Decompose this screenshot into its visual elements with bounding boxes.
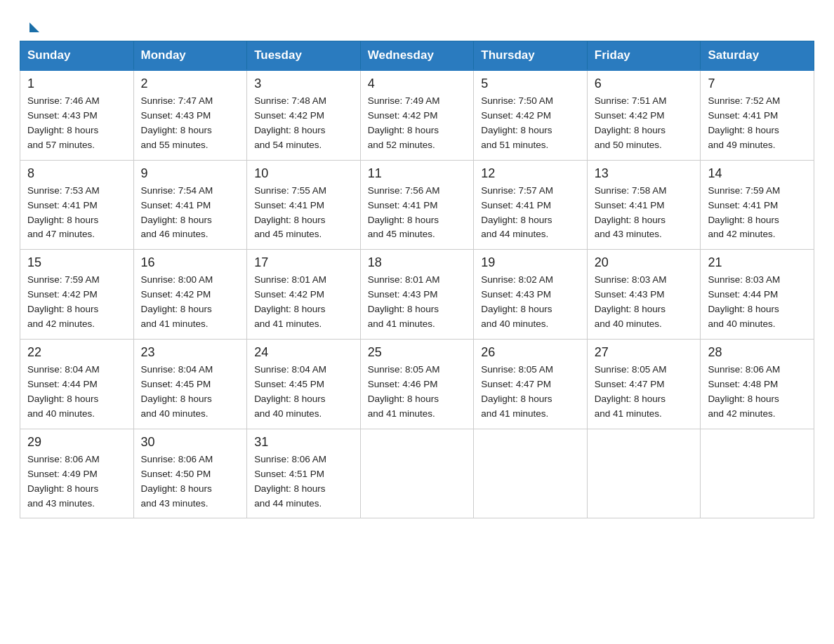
calendar-day-cell: 30Sunrise: 8:06 AMSunset: 4:50 PMDayligh… [133, 429, 247, 518]
day-info: Sunrise: 7:59 AMSunset: 4:42 PMDaylight:… [27, 273, 126, 332]
day-info: Sunrise: 7:54 AMSunset: 4:41 PMDaylight:… [141, 184, 240, 243]
day-info: Sunrise: 7:52 AMSunset: 4:41 PMDaylight:… [708, 94, 807, 153]
calendar-day-cell: 17Sunrise: 8:01 AMSunset: 4:42 PMDayligh… [247, 250, 361, 340]
day-number: 31 [254, 435, 353, 450]
calendar-day-cell: 28Sunrise: 8:06 AMSunset: 4:48 PMDayligh… [701, 340, 814, 429]
calendar-day-cell: 15Sunrise: 7:59 AMSunset: 4:42 PMDayligh… [20, 250, 134, 340]
day-info: Sunrise: 7:57 AMSunset: 4:41 PMDaylight:… [481, 184, 580, 243]
calendar-day-cell: 11Sunrise: 7:56 AMSunset: 4:41 PMDayligh… [360, 160, 474, 250]
calendar-day-cell: 7Sunrise: 7:52 AMSunset: 4:41 PMDaylight… [701, 70, 814, 160]
day-number: 16 [141, 255, 240, 270]
day-of-week-header: Thursday [474, 41, 588, 71]
calendar-week-row: 29Sunrise: 8:06 AMSunset: 4:49 PMDayligh… [20, 429, 814, 518]
calendar-day-cell: 26Sunrise: 8:05 AMSunset: 4:47 PMDayligh… [474, 340, 588, 429]
day-number: 25 [368, 345, 467, 360]
day-info: Sunrise: 7:51 AMSunset: 4:42 PMDaylight:… [595, 94, 694, 153]
day-number: 17 [254, 255, 353, 270]
day-info: Sunrise: 7:50 AMSunset: 4:42 PMDaylight:… [481, 94, 580, 153]
day-info: Sunrise: 7:59 AMSunset: 4:41 PMDaylight:… [708, 184, 807, 243]
page-header [0, 0, 834, 41]
calendar-day-cell: 10Sunrise: 7:55 AMSunset: 4:41 PMDayligh… [247, 160, 361, 250]
day-number: 11 [368, 166, 467, 181]
calendar-table: SundayMondayTuesdayWednesdayThursdayFrid… [20, 41, 814, 518]
calendar-day-cell: 4Sunrise: 7:49 AMSunset: 4:42 PMDaylight… [360, 70, 474, 160]
day-info: Sunrise: 8:01 AMSunset: 4:42 PMDaylight:… [254, 273, 353, 332]
day-info: Sunrise: 8:04 AMSunset: 4:45 PMDaylight:… [141, 363, 240, 422]
calendar-day-cell: 14Sunrise: 7:59 AMSunset: 4:41 PMDayligh… [701, 160, 814, 250]
day-number: 14 [708, 166, 807, 181]
calendar-week-row: 1Sunrise: 7:46 AMSunset: 4:43 PMDaylight… [20, 70, 814, 160]
calendar-wrapper: SundayMondayTuesdayWednesdayThursdayFrid… [0, 41, 834, 538]
day-of-week-header: Wednesday [360, 41, 474, 71]
calendar-day-cell: 21Sunrise: 8:03 AMSunset: 4:44 PMDayligh… [701, 250, 814, 340]
calendar-day-cell: 31Sunrise: 8:06 AMSunset: 4:51 PMDayligh… [247, 429, 361, 518]
calendar-day-cell: 24Sunrise: 8:04 AMSunset: 4:45 PMDayligh… [247, 340, 361, 429]
day-info: Sunrise: 7:55 AMSunset: 4:41 PMDaylight:… [254, 184, 353, 243]
day-number: 29 [27, 435, 126, 450]
calendar-day-cell: 2Sunrise: 7:47 AMSunset: 4:43 PMDaylight… [133, 70, 247, 160]
day-info: Sunrise: 7:46 AMSunset: 4:43 PMDaylight:… [27, 94, 126, 153]
calendar-day-cell: 23Sunrise: 8:04 AMSunset: 4:45 PMDayligh… [133, 340, 247, 429]
day-number: 26 [481, 345, 580, 360]
calendar-day-cell: 18Sunrise: 8:01 AMSunset: 4:43 PMDayligh… [360, 250, 474, 340]
calendar-day-cell: 3Sunrise: 7:48 AMSunset: 4:42 PMDaylight… [247, 70, 361, 160]
calendar-week-row: 15Sunrise: 7:59 AMSunset: 4:42 PMDayligh… [20, 250, 814, 340]
calendar-day-cell [360, 429, 474, 518]
day-info: Sunrise: 7:58 AMSunset: 4:41 PMDaylight:… [595, 184, 694, 243]
calendar-day-cell [474, 429, 588, 518]
day-info: Sunrise: 8:06 AMSunset: 4:50 PMDaylight:… [141, 452, 240, 511]
calendar-day-cell: 29Sunrise: 8:06 AMSunset: 4:49 PMDayligh… [20, 429, 134, 518]
day-number: 10 [254, 166, 353, 181]
day-info: Sunrise: 8:00 AMSunset: 4:42 PMDaylight:… [141, 273, 240, 332]
logo-arrow-icon [29, 22, 39, 32]
calendar-day-cell: 6Sunrise: 7:51 AMSunset: 4:42 PMDaylight… [587, 70, 701, 160]
calendar-day-cell: 8Sunrise: 7:53 AMSunset: 4:41 PMDaylight… [20, 160, 134, 250]
calendar-day-cell [587, 429, 701, 518]
day-number: 8 [27, 166, 126, 181]
day-number: 9 [141, 166, 240, 181]
day-number: 20 [595, 255, 694, 270]
calendar-day-cell: 19Sunrise: 8:02 AMSunset: 4:43 PMDayligh… [474, 250, 588, 340]
day-number: 4 [368, 76, 467, 91]
day-info: Sunrise: 7:56 AMSunset: 4:41 PMDaylight:… [368, 184, 467, 243]
day-number: 15 [27, 255, 126, 270]
calendar-day-cell: 16Sunrise: 8:00 AMSunset: 4:42 PMDayligh… [133, 250, 247, 340]
day-number: 27 [595, 345, 694, 360]
calendar-day-cell: 5Sunrise: 7:50 AMSunset: 4:42 PMDaylight… [474, 70, 588, 160]
day-info: Sunrise: 7:53 AMSunset: 4:41 PMDaylight:… [27, 184, 126, 243]
day-number: 12 [481, 166, 580, 181]
calendar-day-cell: 1Sunrise: 7:46 AMSunset: 4:43 PMDaylight… [20, 70, 134, 160]
day-info: Sunrise: 8:04 AMSunset: 4:45 PMDaylight:… [254, 363, 353, 422]
day-number: 6 [595, 76, 694, 91]
calendar-day-cell: 12Sunrise: 7:57 AMSunset: 4:41 PMDayligh… [474, 160, 588, 250]
calendar-day-cell: 27Sunrise: 8:05 AMSunset: 4:47 PMDayligh… [587, 340, 701, 429]
day-info: Sunrise: 8:04 AMSunset: 4:44 PMDaylight:… [27, 363, 126, 422]
calendar-day-cell [701, 429, 814, 518]
calendar-day-cell: 20Sunrise: 8:03 AMSunset: 4:43 PMDayligh… [587, 250, 701, 340]
calendar-day-cell: 9Sunrise: 7:54 AMSunset: 4:41 PMDaylight… [133, 160, 247, 250]
calendar-day-cell: 22Sunrise: 8:04 AMSunset: 4:44 PMDayligh… [20, 340, 134, 429]
day-number: 7 [708, 76, 807, 91]
day-number: 28 [708, 345, 807, 360]
day-number: 30 [141, 435, 240, 450]
day-info: Sunrise: 8:05 AMSunset: 4:46 PMDaylight:… [368, 363, 467, 422]
day-number: 5 [481, 76, 580, 91]
day-of-week-header: Tuesday [247, 41, 361, 71]
day-info: Sunrise: 8:06 AMSunset: 4:48 PMDaylight:… [708, 363, 807, 422]
logo [28, 20, 39, 34]
day-info: Sunrise: 7:48 AMSunset: 4:42 PMDaylight:… [254, 94, 353, 153]
day-number: 23 [141, 345, 240, 360]
day-number: 18 [368, 255, 467, 270]
day-info: Sunrise: 7:47 AMSunset: 4:43 PMDaylight:… [141, 94, 240, 153]
day-info: Sunrise: 8:05 AMSunset: 4:47 PMDaylight:… [481, 363, 580, 422]
day-of-week-header: Sunday [20, 41, 134, 71]
day-info: Sunrise: 8:03 AMSunset: 4:43 PMDaylight:… [595, 273, 694, 332]
calendar-week-row: 22Sunrise: 8:04 AMSunset: 4:44 PMDayligh… [20, 340, 814, 429]
day-info: Sunrise: 8:06 AMSunset: 4:51 PMDaylight:… [254, 452, 353, 511]
day-number: 2 [141, 76, 240, 91]
calendar-day-cell: 13Sunrise: 7:58 AMSunset: 4:41 PMDayligh… [587, 160, 701, 250]
day-number: 3 [254, 76, 353, 91]
day-of-week-header: Saturday [701, 41, 814, 71]
day-info: Sunrise: 7:49 AMSunset: 4:42 PMDaylight:… [368, 94, 467, 153]
day-number: 19 [481, 255, 580, 270]
